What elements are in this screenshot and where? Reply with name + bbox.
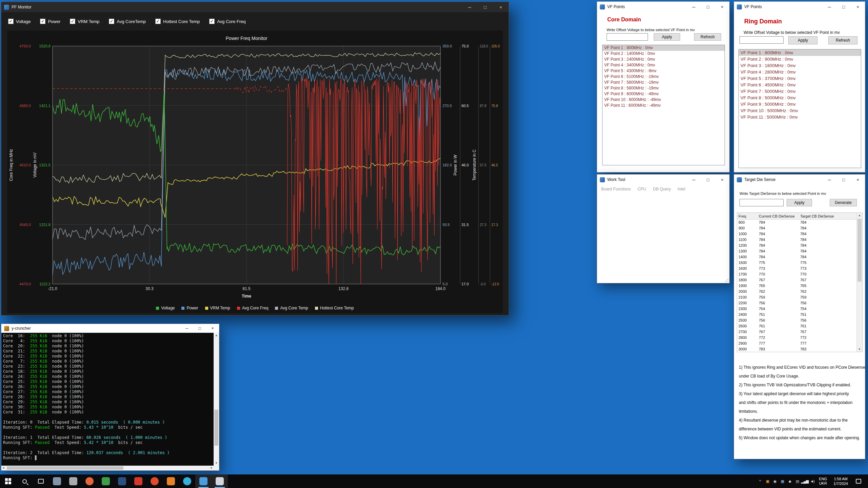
resize-grip[interactable]: ◿	[725, 277, 728, 282]
language-indicator[interactable]: ENG UKR	[816, 477, 830, 486]
volume-icon[interactable]: ◄)	[808, 479, 816, 483]
tray-icon-2[interactable]: ◉	[771, 479, 778, 484]
apply-button[interactable]: Apply	[654, 33, 680, 41]
taskbar-app-2[interactable]	[65, 474, 81, 488]
table-row[interactable]: 3000783783	[737, 346, 857, 352]
taskbar-app-11[interactable]	[212, 474, 228, 488]
table-row[interactable]: 1400784784	[737, 254, 857, 260]
table-row[interactable]: 2800772772	[737, 335, 857, 341]
maximize-button[interactable]: □	[701, 175, 715, 185]
vf-point-item[interactable]: VF Point 9 : 6000MHz : -49mv	[603, 91, 725, 97]
pf-monitor-titlebar[interactable]: PF Monitor ─ □ ×	[1, 2, 509, 12]
series-checkbox[interactable]: ✓VRM Temp	[70, 19, 99, 24]
vf-point-item[interactable]: VF Point 3 : 2400MHz : 0mv	[603, 57, 725, 62]
taskbar-app-10[interactable]	[195, 474, 212, 488]
diesense-table[interactable]: FreqCurrent CB DieSenseTarget CB DieSens…	[737, 212, 863, 352]
menu-item[interactable]: Intel	[677, 187, 685, 191]
table-row[interactable]: 900784784	[737, 225, 857, 231]
close-button[interactable]: ×	[715, 2, 729, 12]
tray-icon-1[interactable]: ▣	[764, 479, 771, 484]
vf-point-item[interactable]: VF Point 10 : 6000MHz : -49mv	[603, 97, 725, 103]
menu-item[interactable]: DB Query	[653, 187, 671, 191]
vf-points-list[interactable]: VF Point 1 : 800MHz : 0mvVF Point 2 : 90…	[738, 49, 861, 168]
minimize-button[interactable]: ─	[687, 2, 701, 12]
close-button[interactable]: ×	[493, 2, 509, 12]
vf-point-item[interactable]: VF Point 2 : 900MHz : 0mv	[739, 56, 861, 62]
taskbar-clock[interactable]: 1:58 AM 1/7/2024	[830, 476, 851, 486]
taskbar-app-1[interactable]	[49, 474, 65, 488]
tray-icon-5[interactable]: ▤	[793, 479, 801, 484]
table-row[interactable]: 2400751751	[737, 312, 857, 318]
vf-point-item[interactable]: VF Point 4 : 3400MHz : 0mv	[603, 62, 725, 68]
vf-point-item[interactable]: VF Point 2 : 1400MHz : 0mv	[603, 51, 725, 57]
scroll-right-icon[interactable]: ►	[210, 466, 213, 470]
tray-icon-4[interactable]: ◆	[786, 479, 793, 484]
apply-button[interactable]: Apply	[788, 36, 817, 44]
close-button[interactable]: ×	[851, 2, 865, 12]
vf-point-item[interactable]: VF Point 6 : 5100MHz : -19mv	[603, 74, 725, 80]
vf-point-item[interactable]: VF Point 9 : 5000MHz : 0mv	[739, 101, 861, 107]
series-checkbox[interactable]: ✓Avg Core Freq	[209, 19, 245, 24]
table-row[interactable]: 2100759759	[737, 294, 857, 300]
target-die-sense-titlebar[interactable]: Target Die Sense ─ □ ×	[734, 175, 865, 185]
minimize-button[interactable]: ─	[822, 175, 836, 185]
vf-point-item[interactable]: VF Point 7 : 5600MHz : -19mv	[603, 80, 725, 85]
maximize-button[interactable]: □	[836, 175, 851, 185]
table-row[interactable]: 1200784784	[737, 243, 857, 248]
scroll-up-icon[interactable]: ▲	[214, 333, 219, 338]
scrollbar-thumb[interactable]	[7, 466, 123, 470]
vf-point-item[interactable]: VF Point 3 : 1800MHz : 0mv	[739, 62, 861, 69]
scroll-left-icon[interactable]: ◄	[2, 466, 5, 470]
console-vertical-scrollbar[interactable]: ▲ ▼	[214, 333, 219, 466]
table-row[interactable]: 1700770770	[737, 271, 857, 277]
table-row[interactable]: 2900777777	[737, 341, 857, 346]
vf-point-item[interactable]: VF Point 7 : 5000MHz : 0mv	[739, 88, 861, 95]
action-center-button[interactable]	[851, 479, 866, 484]
taskbar-app-7[interactable]	[146, 474, 163, 488]
start-button[interactable]	[0, 474, 16, 488]
vf-point-item[interactable]: VF Point 1 : 800MHz : 0mv	[739, 49, 861, 56]
taskbar-app-9[interactable]	[179, 474, 195, 488]
taskbar-app-6[interactable]	[130, 474, 146, 488]
offset-voltage-input[interactable]	[607, 33, 648, 41]
vf-point-item[interactable]: VF Point 8 : 5800MHz : -19mv	[603, 85, 725, 91]
table-row[interactable]: 2300754754	[737, 306, 857, 312]
vf-core-titlebar[interactable]: VF Points ─ □ ×	[597, 2, 729, 12]
menu-item[interactable]: CPU	[637, 187, 646, 191]
tray-icon-3[interactable]: ▦	[778, 479, 786, 484]
scrollbar-thumb[interactable]	[857, 219, 862, 282]
scroll-down-icon[interactable]: ▼	[214, 461, 219, 466]
vf-point-item[interactable]: VF Point 4 : 2800MHz : 0mv	[739, 69, 861, 75]
minimize-button[interactable]: ─	[462, 2, 477, 12]
table-row[interactable]: 1300784784	[737, 248, 857, 254]
maximize-button[interactable]: □	[836, 2, 851, 12]
vf-point-item[interactable]: VF Point 8 : 5000MHz : 0mv	[739, 95, 861, 101]
target-diesense-input[interactable]	[739, 199, 784, 206]
close-button[interactable]: ×	[206, 324, 219, 333]
table-row[interactable]: 1800767767	[737, 277, 857, 283]
offset-voltage-input[interactable]	[739, 36, 784, 44]
vf-point-item[interactable]: VF Point 11 : 6000MHz : -49mv	[603, 103, 725, 108]
table-row[interactable]: 1100784784	[737, 237, 857, 243]
table-scrollbar[interactable]: ▲ ▼	[856, 213, 862, 352]
scroll-up-icon[interactable]: ▲	[857, 213, 862, 218]
vf-ring-titlebar[interactable]: VF Points ─ □ ×	[734, 2, 865, 12]
apply-button[interactable]: Apply	[787, 199, 812, 206]
refresh-button[interactable]: Refresh	[694, 33, 721, 41]
console[interactable]: Core 16: 255 KiB node 0 (100%)Core 4: 25…	[1, 333, 219, 470]
table-row[interactable]: 2500756756	[737, 318, 857, 323]
taskbar-app-8[interactable]	[163, 474, 179, 488]
series-checkbox[interactable]: ✓Avg CoreTemp	[109, 19, 146, 24]
search-button[interactable]	[16, 474, 33, 488]
close-button[interactable]: ×	[851, 175, 865, 185]
vf-point-item[interactable]: VF Point 11 : 5000MHz : 0mv	[739, 114, 861, 120]
close-button[interactable]: ×	[715, 175, 729, 185]
generate-button[interactable]: Generate	[830, 199, 857, 206]
vf-point-item[interactable]: VF Point 10 : 5000MHz : 0mv	[739, 107, 861, 114]
scrollbar-thumb[interactable]	[214, 410, 218, 446]
vf-points-list[interactable]: VF Point 1 : 800MHz : 0mvVF Point 2 : 14…	[602, 45, 725, 165]
vf-point-item[interactable]: VF Point 6 : 4500MHz : 0mv	[739, 82, 861, 88]
taskbar-app-4[interactable]	[98, 474, 114, 488]
table-row[interactable]: 2700767767	[737, 329, 857, 335]
table-row[interactable]: 2200756756	[737, 300, 857, 306]
